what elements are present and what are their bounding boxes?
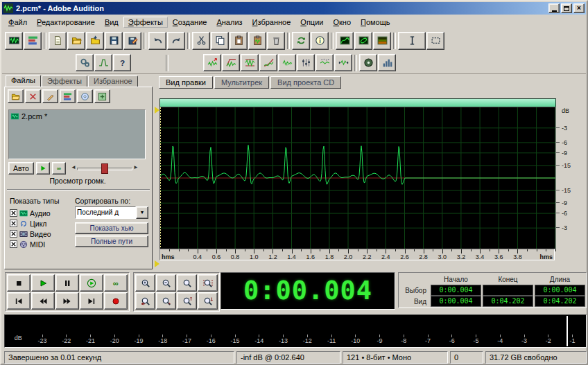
waveform-display[interactable] [159, 107, 556, 249]
left-panel-tab[interactable]: Избранное [88, 75, 138, 87]
view-tab[interactable]: Вид правки [159, 76, 213, 89]
menu-item[interactable]: Вид [100, 17, 123, 28]
play-looped-button[interactable] [80, 274, 103, 292]
menu-item[interactable]: Создание [168, 17, 212, 28]
file-type-row[interactable]: Цикл [10, 218, 51, 229]
normalize-button[interactable] [241, 54, 259, 71]
auto-play-button[interactable]: Авто [8, 162, 34, 175]
zoom-selection-button[interactable] [198, 274, 218, 292]
insert-cd-button[interactable] [77, 89, 93, 103]
advanced-button[interactable]: Полные пути [75, 235, 148, 247]
preview-play-button[interactable] [36, 162, 50, 175]
view-tab[interactable]: Мультитрек [214, 76, 269, 89]
new-file-button[interactable] [49, 32, 67, 50]
preview-loop-button[interactable]: ∞ [52, 162, 66, 175]
record-button[interactable] [104, 292, 128, 310]
insert-multitrack-button[interactable] [60, 89, 76, 103]
amplitude-ruler[interactable]: dB-3-6-9-15-15-9-6-3 [555, 107, 588, 249]
menu-item[interactable]: Опции [295, 17, 328, 28]
menu-item[interactable]: Эффекты [123, 17, 168, 28]
menu-item[interactable]: Анализ [211, 17, 247, 28]
menu-item[interactable]: Окно [328, 17, 356, 28]
file-info-button[interactable]: i [311, 32, 329, 50]
mix-paste-button[interactable] [248, 32, 266, 50]
view-tab[interactable]: Вид проекта CD [270, 76, 341, 89]
title-bar[interactable]: 2.pcm* - Adobe Audition × [2, 2, 586, 15]
cursor-marker-top[interactable] [155, 107, 159, 114]
selview-value[interactable]: 0:04.202 [483, 296, 533, 307]
pause-button[interactable] [55, 274, 79, 292]
file-list[interactable]: 2.pcm * [8, 109, 146, 159]
save-file-button[interactable] [105, 32, 123, 50]
selview-value[interactable]: 0:00.004 [431, 285, 481, 296]
zoom-full-button[interactable] [177, 274, 197, 292]
sort-dropdown-value[interactable]: Последний д [75, 206, 136, 219]
effects-rack-button[interactable] [76, 54, 94, 71]
envelope-button[interactable] [222, 54, 240, 71]
menu-item[interactable]: Файл [3, 17, 32, 28]
waveform-view-button[interactable] [5, 32, 23, 50]
zoom-out-button[interactable] [156, 274, 176, 292]
checkbox[interactable] [10, 209, 17, 217]
cursor-marker-bottom[interactable] [155, 260, 159, 267]
menu-item[interactable]: Помощь [356, 17, 395, 28]
analyze-stats-button[interactable] [378, 54, 396, 71]
timeline-ruler[interactable]: 0.40.60.81.01.21.41.61.82.02.22.42.62.83… [159, 249, 555, 260]
mastering-button[interactable] [359, 54, 377, 71]
checkbox[interactable] [10, 220, 17, 227]
left-panel-tab[interactable]: Эффекты [42, 75, 87, 87]
zoom-right-edge-button[interactable] [156, 292, 176, 310]
slider-right-arrow-icon[interactable]: ► [133, 164, 139, 170]
delete-file-button[interactable] [25, 89, 41, 103]
convert-sample-type-button[interactable] [292, 32, 310, 50]
zoom-left-edge-button[interactable] [135, 292, 155, 310]
maximize-button[interactable] [561, 3, 572, 13]
checkbox[interactable] [10, 230, 17, 238]
generate-button[interactable] [94, 54, 112, 71]
fast-forward-button[interactable] [55, 292, 79, 310]
file-type-row[interactable]: Аудио [10, 208, 51, 218]
slider-thumb[interactable] [101, 163, 108, 174]
go-to-end-button[interactable] [80, 292, 103, 310]
menu-item[interactable]: Редактирование [32, 17, 100, 28]
sort-dropdown[interactable]: Последний д ▼ [75, 206, 148, 219]
level-meter[interactable]: dB-23-22-21-20-19-18-17-16-15-14-13-12-1… [4, 314, 587, 348]
edit-file-button[interactable] [42, 89, 58, 103]
paste-button[interactable] [230, 32, 248, 50]
rewind-button[interactable] [31, 292, 55, 310]
time-selection-tool-button[interactable] [398, 32, 426, 50]
preview-volume-slider[interactable]: ◄ ► [71, 162, 139, 175]
selview-value[interactable]: 0:00.004 [431, 296, 481, 307]
save-as-button[interactable] [123, 32, 141, 50]
redo-button[interactable] [167, 32, 185, 50]
phase-analysis-button[interactable] [354, 32, 372, 50]
go-to-start-button[interactable] [7, 292, 31, 310]
file-type-row[interactable]: Видео [10, 229, 51, 239]
checkbox[interactable] [10, 240, 17, 248]
menu-item[interactable]: Избранное [248, 17, 296, 28]
undo-button[interactable] [148, 32, 166, 50]
stretch-button[interactable] [334, 54, 352, 71]
close-button[interactable]: × [573, 3, 585, 13]
minimize-button[interactable] [548, 3, 560, 13]
noise-reduction-button[interactable] [315, 54, 334, 71]
amplify-button[interactable] [203, 54, 221, 71]
copy-button[interactable] [211, 32, 229, 50]
marquee-tool-button[interactable] [426, 32, 444, 50]
scripts-help-button[interactable]: ? [113, 54, 131, 71]
frequency-analysis-button[interactable] [336, 32, 354, 50]
advanced-button[interactable]: Показать хью [75, 222, 148, 234]
spectral-view-button[interactable] [373, 32, 391, 50]
zoom-in-button[interactable] [135, 274, 155, 292]
play-button[interactable] [31, 274, 55, 292]
slider-left-arrow-icon[interactable]: ◄ [71, 164, 76, 170]
selview-value[interactable]: 0:00.004 [535, 285, 585, 296]
selview-value[interactable]: 0:04.202 [535, 296, 585, 307]
multitrack-view-button[interactable] [24, 32, 42, 50]
equalizer-button[interactable] [297, 54, 315, 71]
file-type-row[interactable]: MIDI [10, 239, 51, 249]
selview-value[interactable] [483, 285, 533, 296]
delete-button[interactable] [267, 32, 285, 50]
import-file-button[interactable] [86, 32, 104, 50]
dropdown-arrow-icon[interactable]: ▼ [136, 206, 148, 219]
